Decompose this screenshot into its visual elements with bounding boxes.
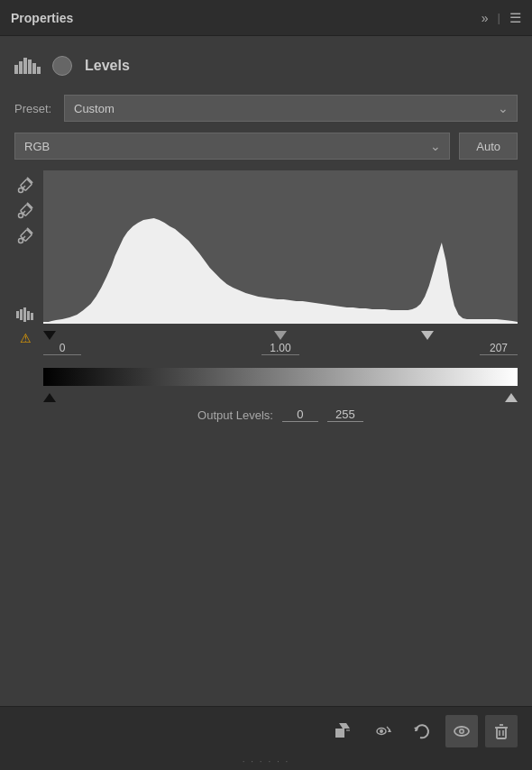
spacer (0, 431, 532, 706)
channel-select[interactable]: RGB Red Green Blue (14, 133, 450, 160)
mask-tab-icon[interactable] (52, 56, 72, 76)
gray-eyedropper-tool[interactable] (14, 199, 36, 221)
output-white-slider[interactable] (505, 393, 518, 402)
output-white-value[interactable] (327, 408, 363, 422)
svg-point-33 (461, 729, 463, 732)
panel-header: Properties » | ☰ (0, 0, 532, 36)
header-divider: | (498, 11, 500, 24)
svg-line-17 (23, 236, 25, 239)
svg-rect-4 (32, 63, 36, 74)
channel-row: RGB Red Green Blue Auto (14, 133, 518, 160)
properties-panel: Properties » | ☰ Levels Preset: (0, 0, 532, 770)
svg-rect-1 (19, 61, 23, 74)
svg-rect-2 (23, 58, 27, 74)
midtone-input-slider[interactable] (274, 331, 287, 340)
svg-point-12 (19, 214, 23, 218)
warning-icon: ⚠ (14, 327, 36, 349)
histogram-canvas (43, 170, 518, 324)
svg-point-28 (380, 729, 383, 733)
svg-marker-25 (339, 723, 350, 729)
expand-icon[interactable]: » (482, 11, 489, 25)
white-eyedropper-tool[interactable] (14, 225, 36, 246)
preset-label: Preset: (14, 102, 55, 115)
svg-line-13 (23, 211, 25, 214)
panel-title: Properties (11, 11, 73, 25)
bottom-toolbar (0, 706, 532, 755)
header-icons: » | ☰ (482, 10, 521, 26)
output-black-value[interactable] (282, 408, 318, 422)
black-input-slider[interactable] (43, 331, 56, 340)
auto-button[interactable]: Auto (459, 133, 518, 160)
svg-rect-22 (31, 313, 33, 320)
svg-rect-24 (335, 729, 344, 738)
grip-dots: · · · · · · (243, 756, 290, 766)
visibility-button[interactable] (445, 715, 478, 747)
white-input-slider[interactable] (421, 331, 434, 340)
preset-row: Preset: Custom Default Darker Increase C… (14, 95, 518, 122)
clip-to-layer-button[interactable] (326, 715, 359, 747)
output-gradient (43, 368, 518, 386)
output-levels-row: Output Levels: (43, 408, 518, 422)
midtone-input-value[interactable] (261, 342, 299, 355)
view-previous-button[interactable] (366, 715, 399, 747)
reset-button[interactable] (406, 715, 438, 747)
histogram-svg (43, 170, 518, 324)
histogram-refresh-icon[interactable] (14, 304, 36, 325)
svg-rect-19 (20, 309, 23, 320)
svg-rect-0 (14, 65, 18, 74)
histogram-area: Output Levels: (43, 170, 518, 422)
histogram-section: ⚠ (14, 170, 518, 422)
input-values-row (43, 342, 518, 355)
menu-icon[interactable]: ☰ (509, 10, 521, 26)
white-input-value[interactable] (480, 342, 518, 355)
levels-tab-label: Levels (85, 58, 130, 74)
histogram-tab-icon[interactable] (14, 54, 43, 77)
output-slider-track (43, 386, 518, 402)
content-area: Preset: Custom Default Darker Increase C… (0, 86, 532, 431)
svg-rect-21 (27, 311, 30, 320)
black-input-value[interactable] (43, 342, 81, 355)
preset-select[interactable]: Custom Default Darker Increase Contrast … (64, 95, 518, 122)
svg-point-8 (19, 188, 23, 193)
svg-rect-3 (28, 60, 32, 74)
output-section (43, 368, 518, 402)
svg-line-9 (23, 186, 25, 188)
svg-rect-5 (37, 67, 41, 74)
output-levels-label: Output Levels: (197, 408, 273, 422)
svg-rect-34 (497, 728, 506, 738)
black-eyedropper-tool[interactable] (14, 174, 36, 196)
svg-rect-18 (16, 311, 19, 318)
channel-select-wrapper[interactable]: RGB Red Green Blue (14, 133, 450, 160)
output-black-slider[interactable] (43, 393, 56, 402)
tab-row: Levels (0, 36, 532, 86)
input-slider-track (43, 324, 518, 340)
delete-button[interactable] (485, 715, 518, 747)
bottom-grip: · · · · · · (0, 755, 532, 770)
svg-point-16 (19, 239, 23, 243)
tools-column: ⚠ (14, 170, 43, 422)
svg-rect-20 (23, 307, 26, 322)
preset-select-wrapper[interactable]: Custom Default Darker Increase Contrast … (64, 95, 518, 122)
